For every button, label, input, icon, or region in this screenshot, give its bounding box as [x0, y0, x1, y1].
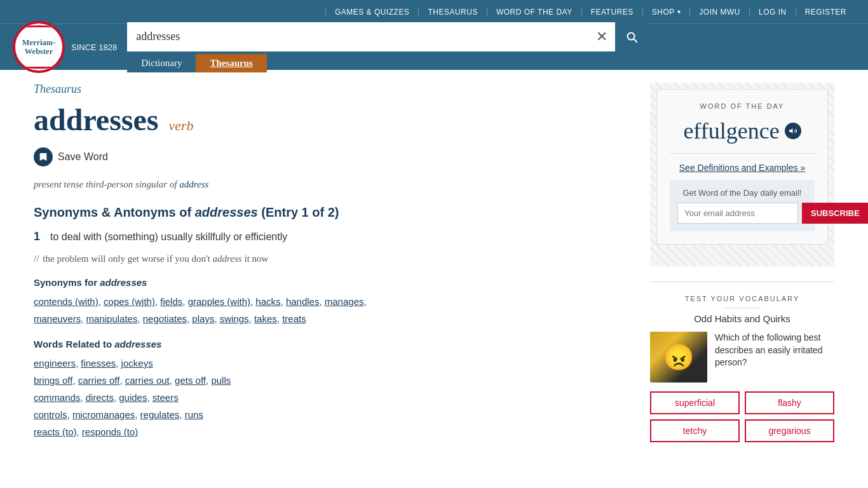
- syn-manages[interactable]: manages: [325, 296, 364, 307]
- wotd-word: effulgence: [683, 118, 779, 144]
- vocab-question: Which of the following best describes an…: [715, 332, 834, 383]
- related-label: Words Related to addresses: [34, 339, 625, 349]
- rel-gets-off[interactable]: gets off: [175, 375, 206, 386]
- example-sentence: //the problem will only get worse if you…: [34, 254, 625, 264]
- present-tense: present tense third-person singular of a…: [34, 179, 625, 190]
- syn-treats[interactable]: treats: [282, 313, 306, 324]
- rel-guides[interactable]: guides: [119, 392, 147, 403]
- word-heading: addresses: [34, 102, 158, 137]
- search-icon: [625, 30, 639, 44]
- rel-responds[interactable]: responds (to): [82, 426, 138, 437]
- nav-join[interactable]: JOIN MWU: [690, 8, 750, 17]
- rel-reacts[interactable]: reacts (to): [34, 426, 77, 437]
- syn-maneuvers[interactable]: maneuvers: [34, 313, 81, 324]
- rel-steers[interactable]: steers: [153, 392, 179, 403]
- nav-wotd[interactable]: WORD OF THE DAY: [487, 8, 582, 17]
- syn-copes[interactable]: copes (with): [104, 296, 155, 307]
- tab-dictionary[interactable]: Dictionary: [127, 54, 196, 72]
- vocab-label: TEST YOUR VOCABULARY: [650, 295, 834, 302]
- synonyms-label: Synonyms for addresses: [34, 277, 625, 288]
- email-prompt: Get Word of the Day daily email!: [677, 188, 807, 198]
- vocab-option-gregarious[interactable]: gregarious: [745, 419, 834, 442]
- nav-login[interactable]: LOG IN: [750, 8, 796, 17]
- synonyms-list: contends (with), copes (with), fields, g…: [34, 293, 625, 327]
- vocab-option-tetchy[interactable]: tetchy: [650, 419, 740, 442]
- nav-games-quizzes[interactable]: GAMES & QUIZZES: [325, 8, 419, 17]
- syn-hacks[interactable]: hacks: [255, 296, 280, 307]
- rel-pulls[interactable]: pulls: [211, 375, 231, 386]
- word-pos: verb: [168, 118, 193, 134]
- save-word-label: Save Word: [58, 151, 108, 163]
- syn-contends[interactable]: contends (with): [34, 296, 98, 307]
- thesaurus-label: Thesaurus: [34, 83, 625, 96]
- email-input[interactable]: [677, 203, 798, 224]
- nav-register[interactable]: REGISTER: [796, 8, 855, 17]
- vocab-title: Odd Habits and Quirks: [650, 313, 834, 324]
- audio-button[interactable]: [785, 123, 801, 139]
- related-list: engineers, finesses, jockeys brings off,…: [34, 355, 625, 440]
- address-link[interactable]: address: [179, 179, 208, 189]
- bookmark-icon: [38, 152, 48, 162]
- syn-swings[interactable]: swings: [220, 313, 249, 324]
- save-word-button[interactable]: Save Word: [34, 147, 625, 166]
- entry-number: 1: [34, 230, 40, 243]
- syn-handles[interactable]: handles: [286, 296, 320, 307]
- wotd-label: WORD OF THE DAY: [670, 102, 815, 110]
- top-nav: GAMES & QUIZZES THESAURUS WORD OF THE DA…: [325, 8, 855, 17]
- subscribe-button[interactable]: SUBSCRIBE: [802, 203, 868, 224]
- vocab-option-flashy[interactable]: flashy: [745, 391, 834, 414]
- syn-negotiates[interactable]: negotiates: [143, 313, 187, 324]
- rel-finesses[interactable]: finesses: [81, 358, 116, 369]
- search-button[interactable]: [615, 22, 648, 51]
- rel-carries-out[interactable]: carries out: [125, 375, 170, 386]
- synonyms-antonyms-header: Synonyms & Antonyms of addresses (Entry …: [34, 205, 625, 220]
- shop-chevron-icon: ▾: [677, 8, 681, 15]
- syn-fields[interactable]: fields: [160, 296, 182, 307]
- syn-takes[interactable]: takes: [254, 313, 277, 324]
- rel-jockeys[interactable]: jockeys: [121, 358, 153, 369]
- search-input[interactable]: [127, 30, 588, 43]
- vocab-image: 😠: [650, 332, 707, 383]
- nav-shop[interactable]: SHOP ▾: [643, 8, 691, 17]
- nav-thesaurus[interactable]: THESAURUS: [419, 8, 487, 17]
- rel-carries-off[interactable]: carries off: [78, 375, 120, 386]
- search-clear-button[interactable]: ✕: [588, 30, 615, 44]
- rel-brings-off[interactable]: brings off: [34, 375, 72, 386]
- rel-controls[interactable]: controls: [34, 409, 67, 420]
- syn-grapples[interactable]: grapples (with): [188, 296, 250, 307]
- since-label: SINCE 1828: [71, 43, 117, 52]
- definition-text: to deal with (something) usually skillfu…: [50, 231, 287, 243]
- audio-icon: [789, 126, 797, 135]
- rel-regulates[interactable]: regulates: [140, 409, 180, 420]
- syn-manipulates[interactable]: manipulates: [86, 313, 138, 324]
- syn-plays[interactable]: plays: [192, 313, 214, 324]
- rel-micromanages[interactable]: micromanages: [72, 409, 135, 420]
- rel-directs[interactable]: directs: [86, 392, 114, 403]
- wotd-see-link[interactable]: See Definitions and Examples »: [670, 163, 815, 173]
- rel-commands[interactable]: commands: [34, 392, 80, 403]
- vocab-option-superficial[interactable]: superficial: [650, 391, 740, 414]
- rel-runs[interactable]: runs: [185, 409, 203, 420]
- nav-features[interactable]: FEATURES: [582, 8, 643, 17]
- rel-engineers[interactable]: engineers: [34, 358, 76, 369]
- tab-thesaurus[interactable]: Thesaurus: [196, 54, 267, 72]
- logo[interactable]: Merriam- Webster SINCE 1828: [13, 21, 117, 73]
